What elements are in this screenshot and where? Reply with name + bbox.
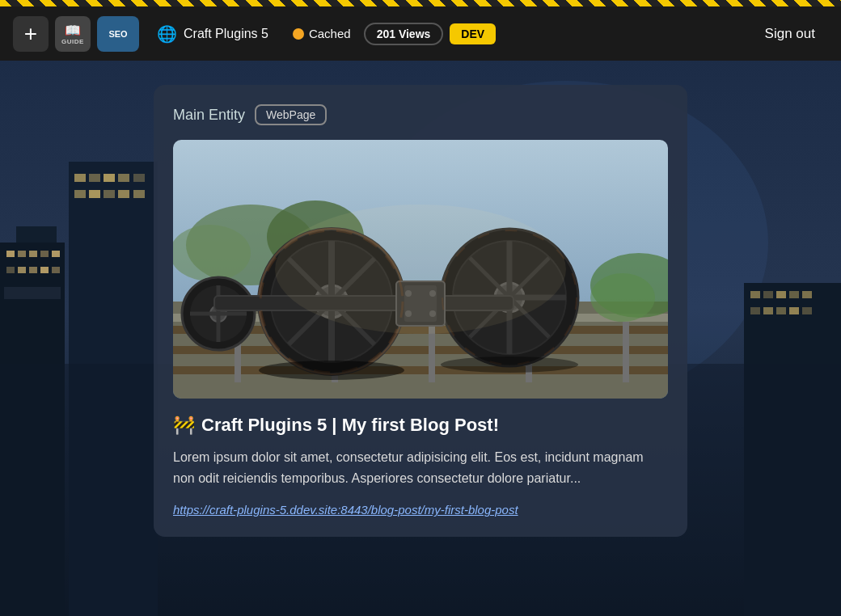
- guide-button[interactable]: 📖 GUIDE: [55, 16, 91, 52]
- svg-rect-44: [173, 346, 668, 354]
- guide-label: GUIDE: [61, 38, 84, 45]
- content-area: Main Entity WebPage: [0, 61, 841, 616]
- svg-point-41: [173, 225, 251, 281]
- sign-out-button[interactable]: Sign out: [752, 19, 828, 49]
- title-icon: 🚧: [173, 415, 195, 436]
- svg-rect-50: [623, 322, 629, 382]
- post-title: 🚧 Craft Plugins 5 | My first Blog Post!: [173, 415, 668, 436]
- main-entity-card: Main Entity WebPage: [154, 85, 687, 537]
- toolbar: + 📖 GUIDE SEO 🌐 Craft Plugins 5 Cached 2…: [0, 6, 841, 61]
- cached-badge: Cached: [286, 27, 357, 40]
- site-name: Craft Plugins 5: [184, 27, 268, 41]
- svg-point-85: [275, 205, 566, 334]
- views-badge: 201 Views: [364, 23, 444, 45]
- add-button[interactable]: +: [13, 16, 49, 52]
- card-header: Main Entity WebPage: [173, 104, 668, 125]
- svg-rect-45: [173, 366, 668, 374]
- post-description: Lorem ipsum dolor sit amet, consectetur …: [173, 447, 668, 488]
- entity-type-badge: WebPage: [255, 104, 327, 125]
- title-text: Craft Plugins 5 | My first Blog Post!: [201, 415, 499, 436]
- site-badge: 🌐 Craft Plugins 5: [146, 19, 280, 49]
- guide-icon: 📖: [65, 23, 81, 38]
- cached-label: Cached: [309, 27, 351, 40]
- globe-icon: 🌐: [157, 24, 177, 44]
- svg-point-84: [590, 273, 655, 322]
- post-image: [173, 140, 668, 399]
- dev-badge: DEV: [450, 23, 496, 44]
- cached-dot-icon: [293, 28, 304, 40]
- post-url[interactable]: https://craft-plugins-5.ddev.site:8443/b…: [173, 503, 518, 517]
- main-entity-label: Main Entity: [173, 107, 245, 124]
- svg-point-81: [259, 361, 404, 380]
- svg-point-82: [441, 357, 578, 373]
- warning-stripe: [0, 0, 841, 6]
- seo-button[interactable]: SEO: [97, 16, 139, 52]
